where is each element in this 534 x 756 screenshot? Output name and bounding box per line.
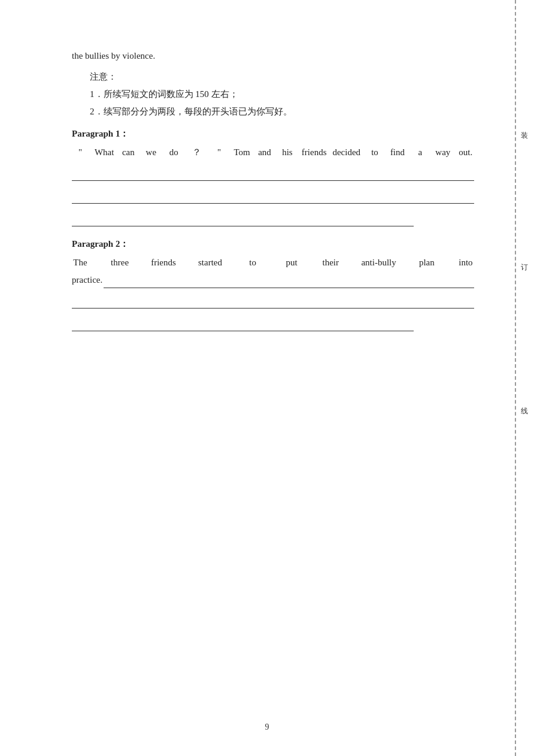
p2-word-2: friends <box>151 255 176 271</box>
paragraph2-label: Paragraph 2： <box>72 236 474 252</box>
p2-word-7: anti-bully <box>361 255 396 271</box>
p1-word-1: What <box>95 144 114 161</box>
p2-word-6: their <box>322 255 339 271</box>
p1-word-9: his <box>279 144 296 161</box>
p1-word-5: ？ <box>188 144 205 161</box>
practice-underline <box>104 288 474 288</box>
p2-word-5: put <box>283 255 300 271</box>
p2-word-0: The <box>72 255 89 271</box>
p1-word-7: Tom <box>233 144 250 161</box>
p1-word-11: decided <box>332 144 360 161</box>
p1-word-10: friends <box>302 144 327 161</box>
content: the bullies by violence. 注意： 1．所续写短文的词数应… <box>72 48 474 331</box>
right-border <box>515 0 516 756</box>
p1-word-4: do <box>165 144 182 161</box>
p1-word-2: can <box>120 144 136 161</box>
p2-word-3: started <box>198 255 222 271</box>
p1-word-8: and <box>256 144 273 161</box>
notes-section: 注意： 1．所续写短文的词数应为 150 左右； 2．续写部分分为两段，每段的开… <box>90 69 474 120</box>
page: 装 订 线 the bullies by violence. 注意： 1．所续写… <box>0 0 534 756</box>
practice-word: practice. <box>72 272 102 288</box>
paragraph2-writing-lines <box>72 291 474 331</box>
paragraph1-writing-lines <box>72 163 474 226</box>
note-item-2: 2．续写部分分为两段，每段的开头语已为你写好。 <box>90 104 474 120</box>
p2-word-8: plan <box>418 255 435 271</box>
p2-word-4: to <box>244 255 261 271</box>
p1-word-16: out. <box>457 144 474 161</box>
p1-word-0: " <box>72 144 89 161</box>
p1-word-12: to <box>366 144 383 161</box>
paragraph1-starter: " What can we do ？ " Tom and his friends… <box>72 144 474 161</box>
paragraph2-starter: The three friends started to put their a… <box>72 255 474 271</box>
p1-word-14: a <box>412 144 429 161</box>
paragraph1-section: Paragraph 1： " What can we do ？ " Tom an… <box>72 126 474 226</box>
paragraph2-section: Paragraph 2： The three friends started t… <box>72 236 474 331</box>
writing-line-3 <box>72 208 414 226</box>
p1-word-13: find <box>389 144 406 161</box>
p2-word-1: three <box>111 255 129 271</box>
p1-word-3: we <box>142 144 159 161</box>
writing-line-p2-1 <box>72 291 474 309</box>
paragraph1-label: Paragraph 1： <box>72 126 474 142</box>
paragraph2-practice-row: practice. <box>72 272 474 288</box>
p1-word-6: " <box>211 144 227 161</box>
writing-line-p2-2 <box>72 313 414 331</box>
note-item-1: 1．所续写短文的词数应为 150 左右； <box>90 86 474 102</box>
p1-word-15: way <box>435 144 451 161</box>
writing-line-1 <box>72 163 474 181</box>
p2-word-9: into <box>457 255 474 271</box>
intro-line: the bullies by violence. <box>72 48 474 64</box>
writing-line-2 <box>72 186 474 204</box>
notes-label: 注意： <box>90 69 474 85</box>
page-number: 9 <box>265 722 269 732</box>
